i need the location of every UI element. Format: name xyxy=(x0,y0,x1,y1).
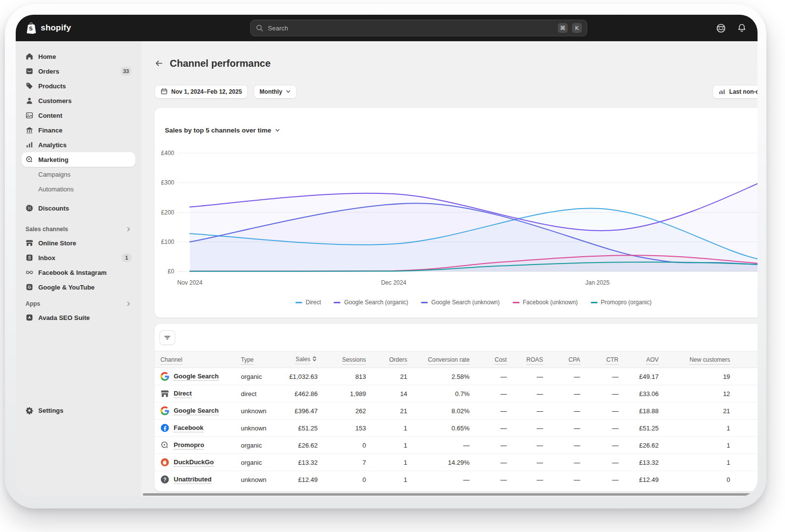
column-header-cost[interactable]: Cost xyxy=(475,351,513,368)
channel-cell: Facebook xyxy=(155,420,235,437)
column-header-ctr[interactable]: CTR xyxy=(586,351,625,368)
sidebar-item-content[interactable]: Content xyxy=(22,108,135,123)
google-channel-icon xyxy=(160,406,169,415)
legend-item-promopro-organic[interactable]: Promopro (organic) xyxy=(591,299,652,306)
svg-text:S: S xyxy=(29,25,33,31)
legend-item-google-search-organic[interactable]: Google Search (organic) xyxy=(334,299,408,306)
sort-icon[interactable] xyxy=(312,356,317,363)
table-row: ?Unattributedunknown£12.4901—————£12.490 xyxy=(155,471,758,488)
search-input[interactable]: Search ⌘ K xyxy=(250,20,587,36)
column-header-aov[interactable]: AOV xyxy=(625,351,665,368)
new-customers-cell: 1 xyxy=(665,420,736,437)
sidebar-item-label: Customers xyxy=(38,97,72,105)
notifications-bell-icon[interactable] xyxy=(737,23,747,33)
chart-metric-dropdown[interactable]: Sales by top 5 channels over time xyxy=(165,127,280,134)
column-header-new-customers[interactable]: New customers xyxy=(665,351,736,368)
sidebar-item-finance[interactable]: Finance xyxy=(22,123,135,137)
column-header-type[interactable]: Type xyxy=(235,351,279,368)
conversion-rate-cell: — xyxy=(413,437,475,454)
sidebar-item-google-youtube[interactable]: GGoogle & YouTube xyxy=(22,280,135,294)
column-header-orders[interactable]: Orders xyxy=(372,351,413,368)
page: S shopify Search ⌘ K HomeOrders33Product… xyxy=(0,0,785,532)
column-header-channel[interactable]: Channel xyxy=(155,351,235,368)
table-row: Google Searchorganic£1,032.63813212.58%—… xyxy=(155,368,758,385)
legend-label: Google Search (organic) xyxy=(344,299,408,306)
column-header-label: Sessions xyxy=(342,356,366,365)
sidebar-item-inbox[interactable]: Inbox1 xyxy=(22,250,135,265)
legend-item-facebook-unknown[interactable]: Facebook (unknown) xyxy=(513,299,578,306)
tag-icon xyxy=(26,82,33,90)
chevron-right-icon[interactable] xyxy=(126,301,131,307)
sales-cell: £462.86 xyxy=(279,385,323,402)
cost-cell: — xyxy=(475,454,513,471)
sidebar-item-automations[interactable]: Automations xyxy=(22,182,135,196)
ctr-cell: — xyxy=(586,402,625,420)
x-tick-label: Jan 2025 xyxy=(576,279,620,287)
sidebar-item-label: Home xyxy=(38,53,56,60)
sidebar-item-settings[interactable]: Settings xyxy=(22,403,135,418)
svg-text:?: ? xyxy=(163,477,166,482)
column-header-roas[interactable]: ROAS xyxy=(513,351,549,368)
cost-cell: — xyxy=(475,368,513,385)
inbox-icon xyxy=(26,254,33,262)
column-header-conversion-rate[interactable]: Conversion rate xyxy=(413,351,475,368)
legend-item-google-search-unknown[interactable]: Google Search (unknown) xyxy=(421,299,499,306)
type-cell: unknown xyxy=(235,420,279,437)
sidebar-item-products[interactable]: Products xyxy=(22,79,135,93)
cost-cell: — xyxy=(475,420,513,437)
sidebar-item-analytics[interactable]: Analytics xyxy=(22,137,135,152)
date-range-button[interactable]: Nov 1, 2024–Feb 12, 2025 xyxy=(155,85,248,99)
back-arrow-icon[interactable] xyxy=(155,58,164,68)
avatar-ninja-icon[interactable] xyxy=(716,23,726,33)
sidebar-item-marketing[interactable]: Marketing xyxy=(22,152,135,167)
table-toolbar xyxy=(155,324,758,351)
column-header-sales[interactable]: Sales xyxy=(279,351,323,368)
svg-text:G: G xyxy=(27,285,31,290)
googleSq-icon: G xyxy=(26,283,33,292)
sidebar-item-avada-seo-suite[interactable]: Avada SEO Suite xyxy=(22,310,135,325)
sidebar-item-label: Orders xyxy=(38,68,59,75)
cpa-cell: — xyxy=(549,385,586,402)
discounts-icon xyxy=(26,204,33,213)
sidebar-item-campaigns[interactable]: Campaigns xyxy=(22,167,135,182)
bar-chart-icon xyxy=(718,88,726,95)
cpa-cell: — xyxy=(549,368,586,385)
sidebar-item-discounts[interactable]: Discounts xyxy=(22,201,135,215)
legend-item-direct[interactable]: Direct xyxy=(295,299,321,306)
column-header-sessions[interactable]: Sessions xyxy=(323,351,371,368)
column-header-label: CPA xyxy=(569,356,580,365)
horizontal-scrollbar[interactable] xyxy=(143,493,756,496)
cpa-cell: — xyxy=(549,437,586,454)
returning-customers-cell xyxy=(736,454,758,471)
orders-cell: 1 xyxy=(372,471,413,488)
returning-customers-cell xyxy=(736,420,758,437)
facebook-channel-icon xyxy=(160,424,169,432)
analytics-icon xyxy=(26,141,33,149)
column-header-label: New customers xyxy=(689,356,730,365)
unattr-channel-icon: ? xyxy=(160,475,169,484)
granularity-dropdown[interactable]: Monthly xyxy=(254,85,297,99)
sidebar-item-home[interactable]: Home xyxy=(22,49,135,64)
shopify-logo[interactable]: S shopify xyxy=(16,22,71,34)
filter-button[interactable] xyxy=(159,330,175,345)
returning-customers-cell xyxy=(736,368,758,385)
chevron-down-icon xyxy=(286,89,291,94)
date-range-label: Nov 1, 2024–Feb 12, 2025 xyxy=(171,88,242,95)
sidebar-item-customers[interactable]: Customers xyxy=(22,93,135,108)
sidebar-item-online-store[interactable]: Online Store xyxy=(22,236,135,250)
sales-cell: £1,032.63 xyxy=(279,368,323,385)
attribution-model-button[interactable]: Last non-direct click xyxy=(712,85,758,99)
channel-cell: Google Search xyxy=(155,368,235,385)
legend-swatch xyxy=(334,302,340,303)
home-icon xyxy=(26,53,33,61)
column-header-cpa[interactable]: CPA xyxy=(549,351,586,368)
roas-cell: — xyxy=(513,385,549,402)
sidebar-item-orders[interactable]: Orders33 xyxy=(22,64,135,79)
column-header-returning-customers[interactable]: Returning customers xyxy=(736,351,758,368)
channel-cell: DuckDuckGo xyxy=(155,454,235,471)
chevron-right-icon[interactable] xyxy=(126,226,131,232)
customers-icon xyxy=(26,97,33,105)
sidebar-item-facebook-instagram[interactable]: Facebook & Instagram xyxy=(22,265,135,280)
marketing-icon xyxy=(26,156,33,164)
channel-name: Promopro xyxy=(174,441,204,450)
